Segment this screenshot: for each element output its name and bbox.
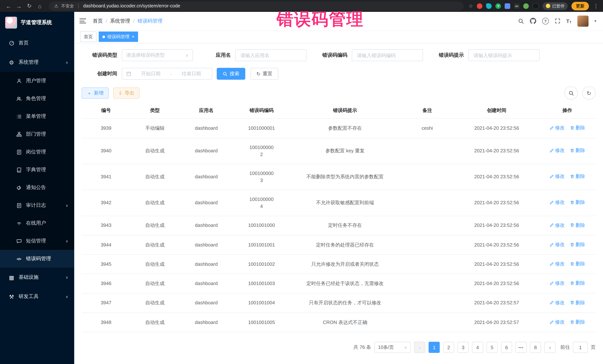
page-button-8[interactable]: 8 xyxy=(530,342,541,353)
add-button[interactable]: ＋ 新增 xyxy=(82,88,109,99)
refresh-icon: ↻ xyxy=(256,72,260,76)
delete-link[interactable]: 删除 xyxy=(570,124,585,132)
update-button[interactable]: 更新 xyxy=(571,2,589,10)
breadcrumb-system[interactable]: 系统管理 xyxy=(110,18,130,24)
reset-button[interactable]: ↻ 重置 xyxy=(251,68,278,80)
sidebar-item-departments[interactable]: 部门管理 xyxy=(0,125,74,143)
delete-link[interactable]: 删除 xyxy=(570,199,585,206)
extension-on-badge-icon[interactable]: on xyxy=(514,3,520,9)
breadcrumb-home[interactable]: 首页 xyxy=(93,18,103,24)
breadcrumb-current[interactable]: 错误码管理 xyxy=(138,18,162,24)
sidebar-item-posts[interactable]: 岗位管理 xyxy=(0,143,74,161)
font-size-icon[interactable] xyxy=(566,18,571,24)
sidebar-item-audit-log[interactable]: 审计日志 ∨ xyxy=(0,197,74,214)
table-row: 3945 自动生成 dashboard 1001001002 只允许修改为开启或… xyxy=(82,254,596,274)
extension-green-leaf-icon[interactable] xyxy=(523,3,529,9)
pagination: 共 76 条 10条/页 ∨ ‹ 1 2 3 4 5 6 ••• 8 › xyxy=(82,342,596,353)
delete-link[interactable]: 删除 xyxy=(570,299,585,306)
export-button[interactable]: ⇩ 导出 xyxy=(113,88,139,99)
menu-toggle-icon[interactable] xyxy=(79,19,86,23)
fullscreen-icon[interactable] xyxy=(555,18,560,24)
tab-error-code[interactable]: 错误码管理 × xyxy=(99,32,138,42)
edit-link[interactable]: 修改 xyxy=(550,299,565,306)
extension-red-circle-icon[interactable] xyxy=(477,3,482,9)
sidebar-item-system[interactable]: ⚙ 系统管理 ∧ xyxy=(0,53,74,72)
delete-link[interactable]: 删除 xyxy=(570,147,585,154)
paused-badge[interactable]: 已暂停 xyxy=(543,2,568,10)
edit-link[interactable]: 修改 xyxy=(550,173,565,180)
sidebar-item-menus[interactable]: 菜单管理 xyxy=(0,108,74,125)
extension-blue-grid-icon[interactable] xyxy=(505,3,510,9)
edit-link[interactable]: 修改 xyxy=(550,124,565,132)
edit-link[interactable]: 修改 xyxy=(550,280,565,287)
delete-link[interactable]: 删除 xyxy=(570,173,585,180)
active-dot-icon xyxy=(103,36,105,38)
col-time: 创建时间 xyxy=(454,103,539,119)
edit-icon xyxy=(550,320,554,324)
edit-link[interactable]: 修改 xyxy=(550,318,565,326)
delete-link[interactable]: 删除 xyxy=(570,280,585,287)
toggle-search-button[interactable] xyxy=(564,87,578,100)
edit-link[interactable]: 修改 xyxy=(550,147,565,154)
forward-icon[interactable]: → xyxy=(14,1,24,11)
extension-green-check-icon[interactable]: V xyxy=(495,3,501,9)
more-pages-button[interactable]: ••• xyxy=(515,342,527,353)
delete-link[interactable]: 删除 xyxy=(570,241,585,248)
search-icon[interactable] xyxy=(518,18,524,24)
page-button-3[interactable]: 3 xyxy=(458,342,469,353)
edit-link[interactable]: 修改 xyxy=(550,221,565,229)
sidebar-item-home[interactable]: 首页 xyxy=(0,33,74,53)
page-size-select[interactable]: 10条/页 ∨ xyxy=(374,342,411,353)
error-code-input[interactable] xyxy=(356,52,418,59)
github-icon[interactable] xyxy=(530,18,536,24)
sidebar-item-infrastructure[interactable]: ▦ 基础设施 ∨ xyxy=(0,268,74,287)
extension-teal-drop-icon[interactable] xyxy=(486,3,492,9)
delete-link[interactable]: 删除 xyxy=(570,221,585,229)
app-name-input[interactable] xyxy=(240,52,302,59)
filter-label-hint: 错误码提示 xyxy=(433,52,468,59)
home-icon[interactable]: ⌂ xyxy=(35,1,45,11)
next-page-button[interactable]: › xyxy=(544,342,556,353)
edit-link[interactable]: 修改 xyxy=(550,199,565,206)
back-icon[interactable]: ← xyxy=(4,1,13,11)
bookmark-star-icon[interactable]: ☆ xyxy=(468,3,473,9)
page-button-6[interactable]: 6 xyxy=(501,342,512,353)
edit-link[interactable]: 修改 xyxy=(550,260,565,267)
table-toolbar: ＋ 新增 ⇩ 导出 ↻ xyxy=(82,87,596,100)
error-code-page: 错误码类型 请选择错误码类型 ∨ 应用名 错误码编码 xyxy=(74,44,603,364)
browser-menu-icon[interactable]: ⋮ xyxy=(593,3,599,9)
search-button[interactable]: 搜索 xyxy=(217,68,245,80)
goto-page-input[interactable] xyxy=(573,342,588,353)
breadcrumb: 首页 / 系统管理 / 错误码管理 xyxy=(93,18,162,24)
extension-black-pin-icon[interactable] xyxy=(533,3,539,9)
browser-actions: ☆ V on 已暂停 更新 ⋮ xyxy=(468,2,599,10)
tab-home[interactable]: 首页 xyxy=(80,32,96,42)
sidebar-item-users[interactable]: 用户管理 xyxy=(0,72,74,90)
delete-link[interactable]: 删除 xyxy=(570,260,585,267)
close-icon[interactable]: × xyxy=(132,35,134,39)
reload-icon[interactable]: ↻ xyxy=(24,1,34,11)
caret-down-icon[interactable]: ▾ xyxy=(594,19,596,23)
page-button-2[interactable]: 2 xyxy=(443,342,454,353)
sidebar-item-sms[interactable]: 短信管理 ∨ xyxy=(0,232,74,250)
address-bar[interactable]: ⚠ 不安全 dashboard.yudao.iocoder.cn/system/… xyxy=(49,1,464,11)
prev-page-button[interactable]: ‹ xyxy=(414,342,425,353)
sidebar-item-dictionary[interactable]: 字典管理 xyxy=(0,161,74,179)
sidebar-item-notice[interactable]: 通知公告 xyxy=(0,179,74,197)
date-range-picker[interactable]: 开始日期 - 结束日期 xyxy=(122,68,212,80)
sidebar-item-dev-tools[interactable]: ⚒ 研发工具 ∨ xyxy=(0,287,74,306)
help-icon[interactable] xyxy=(542,18,549,24)
page-button-1[interactable]: 1 xyxy=(429,342,440,353)
sidebar-item-error-code[interactable]: 错误码管理 xyxy=(0,250,74,268)
error-hint-input[interactable] xyxy=(473,52,535,59)
page-button-4[interactable]: 4 xyxy=(472,342,483,353)
edit-link[interactable]: 修改 xyxy=(550,241,565,248)
col-remark: 备注 xyxy=(400,103,454,119)
sidebar-item-roles[interactable]: 角色管理 xyxy=(0,90,74,108)
refresh-table-button[interactable]: ↻ xyxy=(582,87,596,100)
error-type-select[interactable]: 请选择错误码类型 ∨ xyxy=(122,49,193,61)
avatar[interactable] xyxy=(577,16,589,27)
sidebar-item-online-users[interactable]: 在线用户 xyxy=(0,214,74,232)
page-button-5[interactable]: 5 xyxy=(487,342,498,353)
delete-link[interactable]: 删除 xyxy=(570,318,585,326)
